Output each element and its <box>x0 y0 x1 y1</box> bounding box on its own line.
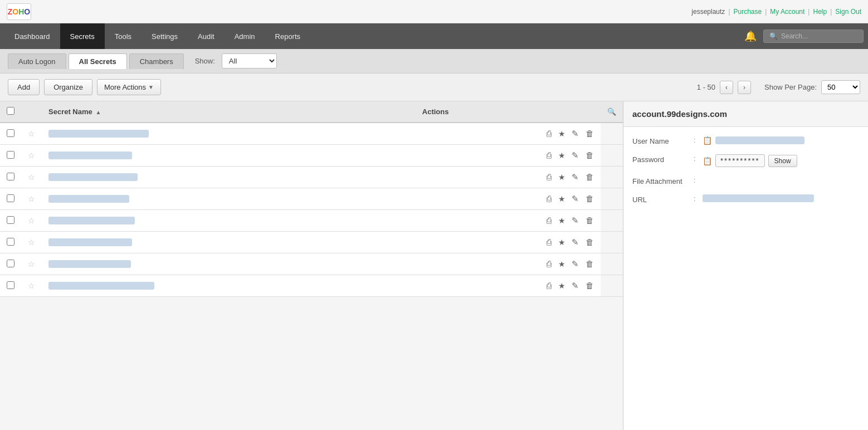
username-row: User Name : 📋 <box>632 136 859 145</box>
star-icon-5[interactable]: ☆ <box>28 238 35 247</box>
share-icon-4[interactable]: ★ <box>558 216 565 225</box>
launch-icon-3[interactable]: ⎙ <box>547 194 552 203</box>
row-checkbox-7[interactable] <box>7 281 14 289</box>
row-checkbox-4[interactable] <box>7 216 14 224</box>
tab-autologon[interactable]: Auto Logon <box>8 53 66 69</box>
delete-icon-3[interactable]: 🗑 <box>586 194 594 203</box>
zoho-logo: ZOHO <box>7 3 31 20</box>
th-actions: Actions <box>416 101 601 123</box>
share-icon-5[interactable]: ★ <box>558 238 565 247</box>
row-checkbox-cell <box>0 210 21 232</box>
row-star-cell: ☆ <box>21 145 42 167</box>
row-checkbox-5[interactable] <box>7 238 14 246</box>
signout-link[interactable]: Sign Out <box>835 8 861 16</box>
delete-icon-4[interactable]: 🗑 <box>586 216 594 225</box>
row-checkbox-6[interactable] <box>7 260 14 267</box>
edit-icon-0[interactable]: ✎ <box>572 129 579 139</box>
row-star-cell: ☆ <box>21 210 42 232</box>
pagination-range: 1 - 50 <box>697 83 715 91</box>
launch-icon-6[interactable]: ⎙ <box>547 259 552 268</box>
row-name-cell <box>42 210 416 232</box>
secrets-table: Secret Name ▲ Actions 🔍 ☆ ⎙ <box>0 101 623 297</box>
secret-name-blurred <box>48 217 135 224</box>
delete-icon-0[interactable]: 🗑 <box>586 129 594 138</box>
share-icon-0[interactable]: ★ <box>558 129 565 138</box>
delete-icon-6[interactable]: 🗑 <box>586 259 594 268</box>
row-checkbox-2[interactable] <box>7 173 14 180</box>
add-button[interactable]: Add <box>8 79 40 95</box>
copy-username-icon[interactable]: 📋 <box>703 136 712 145</box>
table-row: ☆ ⎙ ★ ✎ 🗑 <box>0 145 623 167</box>
edit-icon-2[interactable]: ✎ <box>572 172 579 182</box>
launch-icon-4[interactable]: ⎙ <box>547 216 552 225</box>
delete-icon-5[interactable]: 🗑 <box>586 237 594 247</box>
delete-icon-7[interactable]: 🗑 <box>586 281 594 290</box>
star-icon-2[interactable]: ☆ <box>28 173 35 182</box>
nav-item-settings[interactable]: Settings <box>142 23 188 49</box>
select-all-checkbox[interactable] <box>7 107 14 115</box>
copy-password-icon[interactable]: 📋 <box>703 157 712 165</box>
edit-icon-1[interactable]: ✎ <box>572 150 579 160</box>
username-blurred <box>715 136 804 144</box>
share-icon-2[interactable]: ★ <box>558 173 565 182</box>
row-star-cell: ☆ <box>21 123 42 145</box>
nav-item-admin[interactable]: Admin <box>225 23 265 49</box>
tab-allsecrets[interactable]: All Secrets <box>69 53 127 69</box>
help-link[interactable]: Help <box>813 8 827 16</box>
share-icon-7[interactable]: ★ <box>558 281 565 290</box>
next-page-button[interactable]: › <box>738 81 751 94</box>
nav-item-secrets[interactable]: Secrets <box>60 23 105 49</box>
nav-item-tools[interactable]: Tools <box>105 23 142 49</box>
edit-icon-4[interactable]: ✎ <box>572 216 579 226</box>
edit-icon-6[interactable]: ✎ <box>572 259 579 269</box>
star-icon-6[interactable]: ☆ <box>28 260 35 268</box>
per-page-select[interactable]: 10 25 50 100 <box>821 80 860 94</box>
url-label: URL <box>632 194 694 204</box>
launch-icon-7[interactable]: ⎙ <box>547 281 552 290</box>
star-icon-4[interactable]: ☆ <box>28 216 35 225</box>
th-search-icon[interactable]: 🔍 <box>601 101 623 123</box>
edit-icon-5[interactable]: ✎ <box>572 237 579 247</box>
search-input[interactable] <box>781 32 859 40</box>
show-select[interactable]: All Active Inactive <box>222 53 277 69</box>
show-password-button[interactable]: Show <box>768 155 797 167</box>
edit-icon-7[interactable]: ✎ <box>572 281 579 291</box>
pagination: 1 - 50 ‹ › Show Per Page: 10 25 50 100 <box>697 80 860 94</box>
row-checkbox-3[interactable] <box>7 194 14 202</box>
share-icon-1[interactable]: ★ <box>558 151 565 160</box>
row-name-cell <box>42 167 416 188</box>
row-checkbox-1[interactable] <box>7 151 14 159</box>
table-row: ☆ ⎙ ★ ✎ 🗑 <box>0 188 623 210</box>
sort-arrow-icon: ▲ <box>95 109 101 115</box>
row-name-cell <box>42 232 416 253</box>
share-icon-3[interactable]: ★ <box>558 194 565 203</box>
launch-icon-2[interactable]: ⎙ <box>547 172 552 182</box>
star-icon-0[interactable]: ☆ <box>28 129 35 138</box>
th-star <box>21 101 42 123</box>
star-icon-7[interactable]: ☆ <box>28 281 35 290</box>
more-actions-button[interactable]: More Actions ▼ <box>97 79 161 95</box>
nav-item-reports[interactable]: Reports <box>265 23 311 49</box>
edit-icon-3[interactable]: ✎ <box>572 194 579 204</box>
nav-item-audit[interactable]: Audit <box>188 23 225 49</box>
star-icon-3[interactable]: ☆ <box>28 194 35 203</box>
row-checkbox-0[interactable] <box>7 129 14 137</box>
launch-icon-0[interactable]: ⎙ <box>547 129 552 138</box>
th-secret-name[interactable]: Secret Name ▲ <box>42 101 416 123</box>
bell-icon[interactable]: 🔔 <box>744 30 757 42</box>
purchase-link[interactable]: Purchase <box>734 8 762 16</box>
row-checkbox-cell <box>0 167 21 188</box>
th-checkbox <box>0 101 21 123</box>
share-icon-6[interactable]: ★ <box>558 260 565 268</box>
secret-name-blurred <box>48 195 129 203</box>
tab-chambers[interactable]: Chambers <box>129 53 184 69</box>
star-icon-1[interactable]: ☆ <box>28 151 35 160</box>
organize-button[interactable]: Organize <box>44 79 92 95</box>
prev-page-button[interactable]: ‹ <box>720 81 733 94</box>
launch-icon-1[interactable]: ⎙ <box>547 150 552 160</box>
launch-icon-5[interactable]: ⎙ <box>547 237 552 247</box>
delete-icon-2[interactable]: 🗑 <box>586 172 594 182</box>
delete-icon-1[interactable]: 🗑 <box>586 150 594 160</box>
myaccount-link[interactable]: My Account <box>770 8 804 16</box>
nav-item-dashboard[interactable]: Dashboard <box>4 23 60 49</box>
